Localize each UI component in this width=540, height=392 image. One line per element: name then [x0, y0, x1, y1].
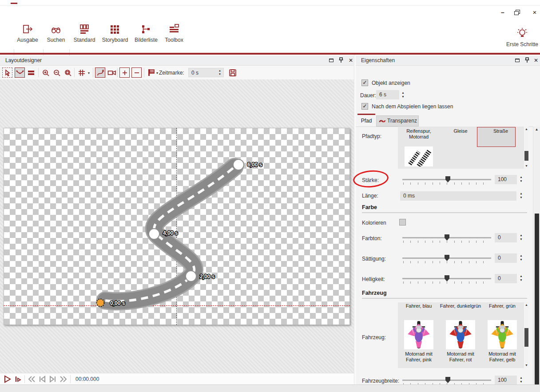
fahrzeugbreite-spinner[interactable]: ▲▼: [518, 376, 524, 384]
list-mode-button[interactable]: [26, 67, 36, 78]
play-button[interactable]: [3, 375, 12, 384]
grid-dropdown-caret[interactable]: ▾: [88, 71, 90, 75]
toolbox-button[interactable]: Toolbox: [163, 24, 186, 51]
keyframe-2s-label: 2,00 s: [200, 273, 215, 280]
keyframe-0s-handle-selected[interactable]: [97, 299, 104, 307]
saettigung-value-input[interactable]: 0: [495, 253, 517, 263]
keyframe-2s-handle[interactable]: [186, 271, 196, 281]
fahrzeug-option-gruen-label[interactable]: Fahrer, grün: [481, 303, 523, 309]
fahrzeug-option-rot-label[interactable]: Motorrad mit Fahrer, rot: [440, 351, 481, 363]
fahrzeug-option-pink-label[interactable]: Motorrad mit Fahrer, pink: [398, 351, 440, 363]
marker-dropdown-caret[interactable]: ▾: [156, 71, 158, 75]
helligkeit-value-input[interactable]: 0: [495, 274, 517, 283]
pfadtyp-option-strasse[interactable]: Straße: [481, 128, 520, 134]
suchen-button[interactable]: Suchen: [44, 24, 68, 51]
select-tool-button[interactable]: [2, 67, 12, 78]
layoutdesigner-panel: Layoutdesigner ✕: [0, 55, 354, 384]
erste-schritte-button[interactable]: Erste Schritte: [504, 27, 540, 55]
dauer-spinner[interactable]: ▲▼: [400, 91, 406, 99]
panel-maximize-icon[interactable]: [514, 57, 521, 64]
panel-pin-icon[interactable]: [338, 57, 345, 64]
zeitmarke-spinner[interactable]: ▲▼: [217, 69, 222, 77]
design-canvas[interactable]: 0,00 s 2,00 s 4,00 s 6,00 s: [0, 79, 354, 373]
skip-backward-button[interactable]: [27, 375, 36, 384]
fahrzeug-scrollbar[interactable]: ▲▼: [523, 302, 529, 368]
play-from-marker-button[interactable]: [13, 375, 23, 384]
motorrad-rot-thumbnail[interactable]: [446, 320, 475, 349]
dauer-input[interactable]: 6 s: [376, 90, 399, 99]
motorrad-pink-thumbnail[interactable]: [404, 320, 433, 349]
slider-thumb[interactable]: [445, 275, 449, 281]
kolorieren-checkbox[interactable]: [399, 219, 406, 226]
helligkeit-slider[interactable]: [402, 273, 491, 284]
keyframe-4s-label: 4,00 s: [163, 230, 178, 236]
pfadtyp-option-reifenspur[interactable]: Reifenspur, Motorrad: [398, 128, 440, 140]
save-path-button[interactable]: [227, 67, 238, 78]
laenge-input[interactable]: 0 ms: [400, 191, 516, 201]
grid-button[interactable]: [76, 67, 87, 78]
bilderliste-button[interactable]: Bilderliste: [132, 24, 160, 51]
liegen-lassen-checkbox[interactable]: ✓: [361, 103, 368, 110]
slider-thumb[interactable]: [445, 377, 450, 383]
zoom-fit-button[interactable]: [63, 67, 73, 78]
zeitmarke-input[interactable]: 0 s ▲▼: [188, 68, 224, 77]
tab-pfad[interactable]: Pfad: [357, 114, 375, 127]
keyframe-4s-handle[interactable]: [149, 229, 159, 239]
marker-options-button[interactable]: [146, 67, 156, 78]
pfadtyp-scrollbar[interactable]: ▲▼: [523, 127, 529, 169]
pfadtyp-list[interactable]: Reifenspur, Motorrad Gleise Straße ▲▼: [398, 127, 529, 169]
slider-thumb[interactable]: [445, 176, 450, 182]
farbton-spinner[interactable]: ▲▼: [518, 233, 524, 242]
app-icon: [11, 3, 17, 4]
staerke-label: Stärke:: [362, 177, 379, 183]
keyframe-6s-handle[interactable]: [233, 159, 244, 170]
staerke-slider[interactable]: [402, 174, 491, 185]
reifenspur-thumbnail[interactable]: [405, 147, 433, 166]
curve-mode-button[interactable]: [15, 67, 25, 78]
window-close-button[interactable]: ×: [528, 8, 540, 17]
panel-maximize-icon[interactable]: [328, 57, 335, 64]
lightbulb-icon: [516, 27, 528, 40]
add-keyframe-button[interactable]: [119, 67, 130, 78]
farbton-value-input[interactable]: 0: [495, 233, 517, 242]
standard-button[interactable]: Standard: [71, 24, 98, 51]
saettigung-spinner[interactable]: ▲▼: [518, 253, 524, 262]
eigenschaften-header: Eigenschaften ✕: [356, 55, 540, 66]
zoom-in-button[interactable]: [40, 67, 51, 78]
toolbar-separator: [93, 68, 93, 77]
staerke-value-input[interactable]: 100: [495, 175, 517, 184]
fahrzeug-option-gelb-label[interactable]: Motorrad mit Fahrer, gelb: [481, 351, 523, 363]
fahrzeug-option-dunkelgruen-label[interactable]: Fahrer, dunkelgrün: [440, 303, 481, 309]
storyboard-button[interactable]: Storyboard: [100, 24, 130, 51]
fahrzeug-option-blau-label[interactable]: Fahrer, blau: [398, 303, 440, 309]
go-to-end-button[interactable]: [48, 375, 58, 384]
storyboard-label: Storyboard: [100, 37, 130, 43]
panel-pin-icon[interactable]: [524, 57, 531, 64]
skip-forward-button[interactable]: [59, 375, 68, 384]
path-mode-button[interactable]: [95, 67, 105, 78]
window-minimize-button[interactable]: –: [496, 8, 509, 17]
slider-thumb[interactable]: [445, 255, 449, 261]
zoom-out-button[interactable]: [52, 67, 62, 78]
camera-button[interactable]: [107, 67, 117, 78]
laenge-spinner[interactable]: ▲▼: [518, 191, 524, 200]
remove-keyframe-button[interactable]: [131, 67, 142, 78]
slider-thumb[interactable]: [445, 234, 449, 241]
saettigung-slider[interactable]: [402, 253, 491, 264]
pfadtyp-option-gleise[interactable]: Gleise: [440, 128, 481, 134]
farbton-slider[interactable]: [402, 233, 491, 243]
fahrzeugbreite-value-input[interactable]: 100: [495, 376, 517, 385]
go-to-start-button[interactable]: [37, 375, 47, 384]
fahrzeug-list[interactable]: Fahrer, blau Fahrer, dunkelgrün Fahrer, …: [398, 302, 529, 368]
staerke-spinner[interactable]: ▲▼: [518, 175, 524, 183]
objekt-anzeigen-checkbox[interactable]: ✓: [361, 79, 368, 86]
tab-transparenz[interactable]: Transparenz: [376, 115, 419, 127]
motorrad-gelb-thumbnail[interactable]: [488, 320, 517, 349]
helligkeit-spinner[interactable]: ▲▼: [518, 274, 524, 282]
panel-close-icon[interactable]: ✕: [532, 57, 540, 64]
ausgabe-button[interactable]: Ausgabe: [13, 24, 42, 51]
panel-close-icon[interactable]: ✕: [347, 57, 354, 64]
window-restore-button[interactable]: [512, 8, 524, 17]
eigenschaften-scrollbar[interactable]: ▲▼: [533, 127, 540, 392]
liegen-lassen-label: Nach dem Abspielen liegen lassen: [372, 103, 453, 110]
